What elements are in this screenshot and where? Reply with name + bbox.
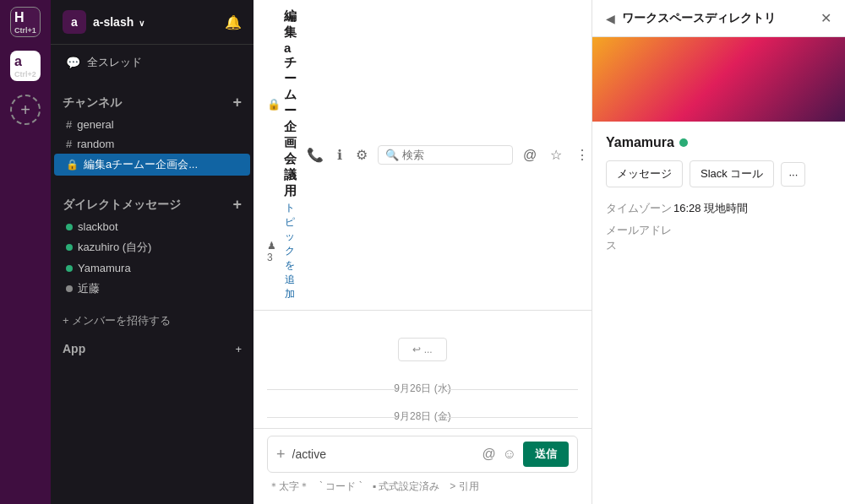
- app-section: App +: [51, 335, 254, 362]
- message-input-box: + @ ☺ 送信: [267, 436, 578, 473]
- add-app-button[interactable]: +: [235, 343, 242, 355]
- bold-format[interactable]: ＊太字＊: [269, 480, 309, 494]
- back-arrow-icon[interactable]: ◀: [606, 12, 615, 25]
- attach-button[interactable]: +: [276, 446, 286, 463]
- call-profile-button[interactable]: Slack コール: [690, 160, 774, 187]
- profile-timezone: タイムゾーン 16:28 現地時間: [606, 201, 831, 216]
- send-button[interactable]: 送信: [523, 442, 569, 467]
- settings-icon[interactable]: ⚙: [352, 144, 371, 166]
- threads-icon: 💬: [66, 56, 80, 69]
- quote-format[interactable]: > 引用: [450, 480, 478, 494]
- search-box[interactable]: 🔍: [378, 145, 513, 165]
- profile-actions: メッセージ Slack コール ···: [606, 160, 831, 187]
- add-workspace-button[interactable]: +: [10, 95, 41, 125]
- sidebar-item-kondo[interactable]: 近藤: [54, 278, 250, 300]
- channel-sub-header: ♟ 3 トピックを追加: [267, 201, 303, 301]
- message-input[interactable]: [292, 447, 482, 461]
- at-icon[interactable]: @: [520, 144, 540, 166]
- profile-status-dot: [679, 138, 688, 147]
- workspace-avatar: a: [63, 10, 86, 34]
- channels-section-header: チャンネル +: [51, 87, 254, 115]
- status-dot-green: [66, 265, 73, 272]
- date-divider-2: 9月28日 (金): [267, 409, 578, 424]
- invite-members-button[interactable]: + メンバーを招待する: [63, 313, 242, 328]
- info-icon[interactable]: ℹ: [334, 144, 346, 166]
- lock-icon: 🔒: [66, 159, 79, 171]
- at-mention-icon[interactable]: @: [482, 447, 495, 462]
- close-panel-button[interactable]: ✕: [820, 10, 831, 26]
- preformat-format[interactable]: ▪ 式式設定済み: [373, 480, 440, 494]
- workspace-name[interactable]: a-slash ∨: [93, 15, 225, 29]
- profile-name: Yamamura: [606, 135, 831, 150]
- channel-title: 🔒 編集aチームー企画会議用: [267, 8, 303, 199]
- search-input[interactable]: [402, 149, 504, 161]
- more-profile-button[interactable]: ···: [781, 162, 805, 187]
- status-dot-green: [66, 244, 73, 251]
- messages-area: ↩ ... 9月26日 (水) 9月28日 (金) K kazuhiro 15:…: [254, 311, 592, 428]
- sidebar-item-kazuhiro[interactable]: kazuhiro (自分): [54, 236, 250, 258]
- input-area: + @ ☺ 送信 ＊太字＊ ` コード ` ▪ 式式設定済み > 引用: [254, 428, 592, 504]
- reply-button[interactable]: ↩ ...: [398, 338, 446, 361]
- profile-email: メールアドレス: [606, 223, 831, 253]
- sidebar-item-all-threads[interactable]: 💬 全スレッド: [54, 51, 250, 73]
- formatting-toolbar: ＊太字＊ ` コード ` ▪ 式式設定済み > 引用: [267, 476, 578, 497]
- sidebar-item-slackbot[interactable]: slackbot: [54, 217, 250, 236]
- date-divider-1: 9月26日 (水): [267, 382, 578, 396]
- add-channel-button[interactable]: +: [232, 94, 242, 111]
- sidebar-header: a a-slash ∨ 🔔: [51, 0, 254, 45]
- sidebar-item-yamamura[interactable]: Yamamura: [54, 258, 250, 278]
- chat-header: 🔒 編集aチームー企画会議用 ♟ 3 トピックを追加 📞 ℹ ⚙ 🔍 @ ☆: [254, 0, 592, 311]
- code-format[interactable]: ` コード `: [319, 480, 363, 494]
- workspace-icon-h[interactable]: H Ctrl+1: [10, 7, 41, 37]
- sidebar-item-general[interactable]: # general: [54, 115, 250, 134]
- right-panel-nav: ◀: [606, 12, 622, 25]
- emoji-icon[interactable]: ☺: [503, 447, 516, 462]
- channel-lock-icon: 🔒: [267, 98, 281, 111]
- star-icon[interactable]: ☆: [547, 144, 565, 166]
- hash-icon: #: [66, 138, 72, 150]
- add-dm-button[interactable]: +: [232, 196, 242, 214]
- status-dot-green: [66, 224, 73, 230]
- notification-bell-icon[interactable]: 🔔: [225, 14, 242, 30]
- more-icon[interactable]: ⋮: [572, 144, 592, 166]
- add-topic-label[interactable]: トピックを追加: [285, 201, 295, 301]
- dm-section-header: ダイレクトメッセージ +: [51, 189, 254, 217]
- workspace-icon-a[interactable]: a Ctrl+2: [10, 51, 41, 81]
- phone-icon[interactable]: 📞: [303, 144, 327, 166]
- right-panel-header: ◀ ワークスペースディレクトリ ✕: [592, 0, 845, 37]
- status-dot-gray: [66, 285, 73, 292]
- sidebar-item-random[interactable]: # random: [54, 134, 250, 154]
- message-profile-button[interactable]: メッセージ: [606, 160, 683, 187]
- profile-banner: [592, 37, 845, 122]
- input-icons: @ ☺: [482, 447, 516, 462]
- sidebar-item-active-channel[interactable]: 🔒 編集aチームー企画会...: [54, 154, 250, 176]
- right-panel-content: Yamamura メッセージ Slack コール ··· タイムゾーン 16:2…: [592, 122, 845, 504]
- search-icon: 🔍: [385, 149, 399, 161]
- hash-icon: #: [66, 118, 72, 131]
- right-panel: ◀ ワークスペースディレクトリ ✕ Yamamura メッセージ Slack コ…: [592, 0, 845, 504]
- right-panel-title: ワークスペースディレクトリ: [622, 11, 820, 26]
